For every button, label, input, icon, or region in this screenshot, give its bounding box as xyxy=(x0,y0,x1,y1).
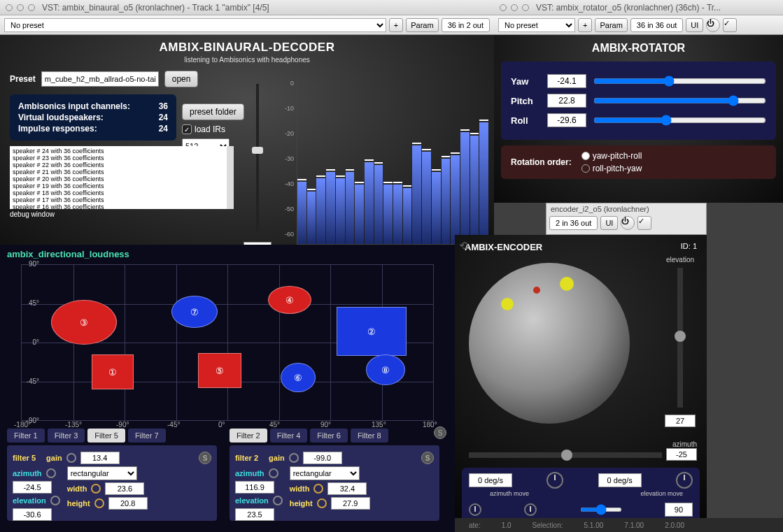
el-knob[interactable] xyxy=(273,496,283,505)
reset-icon[interactable]: ⟲ xyxy=(459,239,468,252)
filter-tab[interactable]: Filter 6 xyxy=(310,429,348,443)
solo-button[interactable]: S xyxy=(199,452,211,464)
power-icon[interactable]: ⏻ xyxy=(621,216,635,230)
preset-dropdown[interactable]: No preset xyxy=(4,18,386,32)
elevation-slider[interactable] xyxy=(677,268,683,408)
filter-shape[interactable]: ② xyxy=(337,307,407,356)
az-input[interactable] xyxy=(13,481,52,494)
max-speed-value[interactable] xyxy=(665,503,693,517)
az-knob[interactable] xyxy=(46,468,56,478)
order-rpy[interactable]: roll-pitch-yaw xyxy=(581,164,642,173)
filter-shape[interactable]: ⑧ xyxy=(366,354,405,385)
filter-shape[interactable]: ⑤ xyxy=(198,353,241,388)
encoder-window-bar: encoder_i2_o5 (kronlachner) 2 in 36 out … xyxy=(546,203,707,235)
el-input[interactable] xyxy=(13,508,52,521)
filter-tab[interactable]: Filter 3 xyxy=(48,429,85,443)
volume-thumb[interactable] xyxy=(252,147,263,154)
az-knob[interactable] xyxy=(269,468,278,478)
traffic-lights[interactable] xyxy=(6,4,35,11)
source-dot-2[interactable] xyxy=(501,298,514,310)
plus-button[interactable]: + xyxy=(578,18,592,32)
width-input[interactable] xyxy=(327,482,367,495)
elevation-value[interactable] xyxy=(665,415,696,427)
pitch-slider[interactable] xyxy=(593,98,766,103)
elevation-label: elevation xyxy=(663,256,697,264)
az-move-value[interactable] xyxy=(469,473,512,487)
ui-button[interactable]: UI xyxy=(686,18,703,32)
reset-icon[interactable] xyxy=(94,498,104,508)
el-move-knob[interactable] xyxy=(676,472,693,489)
param-button[interactable]: Param xyxy=(595,18,627,32)
azimuth-thumb[interactable] xyxy=(561,450,572,461)
azimuth-value[interactable] xyxy=(666,448,697,461)
vls-label: Virtual loudspeakers: xyxy=(18,113,104,122)
height-input[interactable] xyxy=(331,497,370,510)
solo-button[interactable]: S xyxy=(421,452,434,464)
meter-bar xyxy=(479,122,488,244)
debug-window[interactable]: speaker # 24 with 36 coefficientsspeaker… xyxy=(10,146,234,209)
gain-input[interactable] xyxy=(303,452,342,464)
reset-icon[interactable] xyxy=(313,484,323,494)
dl-grid[interactable]: ①②③④⑤⑥⑦⑧ xyxy=(21,264,434,421)
meter-bar xyxy=(422,152,431,244)
gain-knob[interactable] xyxy=(289,453,299,463)
filter-tab[interactable]: Filter 5 xyxy=(87,429,125,443)
filter-tab[interactable]: Filter 1 xyxy=(7,429,45,443)
reset-icon[interactable] xyxy=(91,484,101,494)
filter-shape[interactable]: ③ xyxy=(51,300,117,345)
roll-value[interactable] xyxy=(547,113,586,127)
msw-knob[interactable] xyxy=(524,503,537,516)
meter-bar xyxy=(326,172,335,244)
ui-button[interactable]: UI xyxy=(600,216,618,230)
el-move-value[interactable] xyxy=(598,473,642,487)
order-ypr[interactable]: yaw-pitch-roll xyxy=(581,151,642,161)
size-knob[interactable] xyxy=(469,503,481,516)
scrollbar[interactable] xyxy=(227,146,234,209)
shape-select[interactable]: rectangular xyxy=(67,466,137,480)
debug-line: speaker # 18 with 36 coefficients xyxy=(13,189,231,196)
encoder-sphere[interactable] xyxy=(469,263,630,424)
filter-tab[interactable]: Filter 7 xyxy=(128,429,166,443)
yaw-slider[interactable] xyxy=(593,78,766,84)
traffic-lights[interactable] xyxy=(500,4,529,11)
filter-tab[interactable]: Filter 2 xyxy=(230,429,267,443)
preset-folder-button[interactable]: preset folder xyxy=(182,103,244,120)
filter-shape[interactable]: ⑦ xyxy=(171,296,218,328)
filter-tab[interactable]: Filter 8 xyxy=(351,429,388,443)
preset-input[interactable] xyxy=(41,71,159,87)
bypass-check[interactable]: ✓ xyxy=(637,216,651,230)
load-irs-toggle[interactable]: ✓load IRs xyxy=(182,124,244,134)
filter-shape[interactable]: ① xyxy=(92,354,134,389)
filter-shape[interactable]: ⑥ xyxy=(281,363,316,392)
filter-shape[interactable]: ④ xyxy=(268,286,311,314)
power-icon[interactable]: ⏻ xyxy=(706,18,720,32)
gain-input[interactable] xyxy=(80,452,120,464)
gain-knob[interactable] xyxy=(66,453,76,463)
rotator-titlebar[interactable]: VST: ambix_rotator_o5 (kronlachner) (36c… xyxy=(494,0,783,15)
filter-tab[interactable]: Filter 4 xyxy=(270,429,308,443)
reset-icon[interactable] xyxy=(317,498,327,508)
decoder-titlebar[interactable]: VST: ambix_binaural_o5 (kronlachner) - T… xyxy=(0,0,494,15)
volume-slider[interactable] xyxy=(251,84,264,238)
azimuth-slider[interactable] xyxy=(469,452,662,458)
max-speed-slider[interactable] xyxy=(580,508,622,512)
shape-select[interactable]: rectangular xyxy=(290,466,360,480)
el-input[interactable] xyxy=(235,508,274,521)
bypass-check[interactable]: ✓ xyxy=(723,18,737,32)
az-input[interactable] xyxy=(235,481,274,494)
preset-dropdown[interactable]: No preset xyxy=(498,18,575,32)
elevation-thumb[interactable] xyxy=(675,331,686,342)
height-input[interactable] xyxy=(108,497,148,510)
az-move-knob[interactable] xyxy=(546,472,563,489)
open-button[interactable]: open xyxy=(164,71,199,87)
yaw-value[interactable] xyxy=(547,74,586,88)
meter-bar xyxy=(470,136,479,244)
width-input[interactable] xyxy=(105,482,144,495)
source-dot-1[interactable] xyxy=(560,277,574,291)
roll-slider[interactable] xyxy=(593,117,766,123)
param-button[interactable]: Param xyxy=(406,18,438,32)
pitch-value[interactable] xyxy=(547,94,586,108)
el-knob[interactable] xyxy=(50,496,60,505)
meter-bar xyxy=(383,185,393,244)
plus-button[interactable]: + xyxy=(389,18,403,32)
